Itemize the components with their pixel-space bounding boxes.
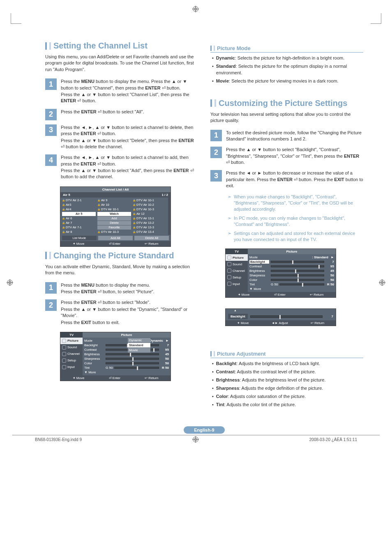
osd-channel-cell: 🔒Air 10 [97,203,131,207]
step-line: Press the ▲ or ▼ button to select "Delet… [61,138,198,150]
osd-scrollbar-icon [168,198,171,235]
step-body: Press the MENU button to display the men… [61,78,198,105]
heading-picture-mode: Picture Mode [217,45,251,51]
osd-row-label: Sharpness [84,357,104,361]
step-body: Press the ▲ or ▼ button to select "Backl… [226,147,363,166]
osd-footer-item: ✦ Move [237,321,249,325]
osd-footer-item: ✦ Move [73,242,85,246]
osd-slider [114,367,159,369]
step-number: 1 [45,282,57,294]
step-line: Press the MENU button to display the men… [61,78,198,91]
heading-customizing-picture-settings: Customizing the Picture Settings [219,99,347,108]
footer-right: 2008-03-20 ¿ÀÈÄ 1:51:11 [309,437,357,442]
osd-slider [106,353,159,355]
lock-icon: 🔒 [62,203,65,206]
lock-icon: 🔒 [133,217,136,220]
note: ➣In PC mode, you can only make changes t… [228,215,363,228]
step-number: 1 [210,130,222,141]
osd-side-label: Picture [67,339,78,343]
step-number: 1 [45,78,57,90]
note-text: In PC mode, you can only make changes to… [234,215,363,228]
section-title: Customizing the Picture Settings [210,99,363,108]
bullet-text: Color: Adjusts color saturation of the p… [216,393,306,400]
osd-row-label: Brightness [84,352,104,356]
chevron-right-icon: ► [166,339,169,343]
osd-sub-left: Air 5 [63,193,70,197]
osd-row: Backlight7 [84,343,169,347]
step-body: Press the ◄ or ► button to decrease or i… [226,170,363,189]
osd-side-icon [62,339,66,343]
osd-channel-cell: 🔒Air 9 [97,198,131,202]
step-line: Press the ◄, ►, ▲ or ▼ button to select … [61,124,198,137]
registration-mark-icon [7,279,13,286]
lock-icon: 🔒 [62,199,65,202]
registration-mark-icon [192,6,199,12]
osd-row: ▼ More [249,287,334,291]
section-title: Changing the Picture Standard [45,251,198,260]
osd-row: Contrast95 [249,264,334,269]
step-body: Press the ENTER ⏎ button to select "All"… [61,109,198,120]
step-body: Press the ENTER ⏎ button to select "Mode… [61,299,198,326]
osd-tv-label: TV [226,249,248,254]
lock-icon: 🔒 [133,226,136,229]
osd-title: Channel List / All [60,187,171,192]
osd-backlight-bar: ▲ Backlight 7 ✦ Move◄► Adjust↩ Return [225,308,336,326]
osd-side-item: Picture [226,254,248,261]
osd-side-label: Input [233,282,240,286]
subsection-title: Picture Adjustment [210,351,363,358]
osd-row-value: 45 [161,352,169,356]
osd-channel-cell: 🔒Air3 [62,203,96,207]
osd-legend-item: Delete All [134,236,169,240]
osd-row: Color50 [84,361,169,366]
osd-slider [271,274,324,276]
step: 2Press the ▲ or ▼ button to select "Back… [210,147,363,166]
lock-icon: 🔒 [133,212,136,215]
osd-picture-menu: TV Picture PictureSoundChannelSetupInput… [225,248,336,298]
osd-row-label: Backlight [249,260,269,264]
osd-row: ▼ More [84,370,169,375]
bullet-dot-icon: • [212,402,214,408]
bullet-text: Standard: Selects the picture for the op… [216,63,363,76]
osd-row-value: 95 [326,264,334,268]
osd-channel-cell: 🔒Air 7 [62,221,96,225]
osd-caption: Picture [83,332,171,338]
osd-slider [271,270,324,272]
osd-row-label: Sharpness [249,274,269,277]
osd-channel-cell: 🔒DTV Air 13-3 [133,225,166,230]
heading-changing-picture-standard: Changing the Picture Standard [53,251,174,260]
osd-channel-cell: Add [97,216,131,221]
osd-channel-cell: Watch [97,212,131,216]
osd-side-label: Setup [233,276,241,279]
osd-popup: DynamicStandardMovie [128,338,150,353]
chevron-right-icon: ► [331,255,334,259]
osd-slider [106,358,159,360]
bullet-dot-icon: • [212,361,214,367]
crop-mark-icon [371,13,381,24]
bullet-dot-icon: • [212,393,214,400]
lock-icon: 🔒 [133,230,136,233]
osd-channel-list: Channel List / All Air 5 1 / 2 🔒DTV Air … [60,186,171,247]
osd-side-icon [227,275,231,279]
osd-side-icon [227,255,231,260]
osd-channel-cell: 🔒DTV Air 10-3 [97,230,131,234]
osd-channel-cell: Favorite [97,225,131,230]
heading-picture-adjustment: Picture Adjustment [217,351,266,357]
osd-footer-item: ↩ Return [310,293,323,297]
osd-row: Backlight7 [249,260,334,264]
osd-row: Sharpness50 [249,273,334,278]
osd-row-value: : Standard [271,255,329,259]
osd-row-value: 7 [161,343,169,347]
note-text: When you make changes to "Backlight", "C… [234,194,363,213]
osd-side-item: Setup [60,357,83,364]
osd-side-icon [62,345,66,349]
osd-side-label: Channel [233,269,245,273]
osd-row: Brightness45 [84,352,169,356]
osd-side-item: Channel [226,267,248,274]
osd-side-label: Channel [67,352,80,356]
step-body: Press the ◄, ►, ▲ or ▼ button to select … [61,124,198,151]
osd-footer-item: ⏎ Enter [109,376,120,380]
osd-side-icon [227,269,231,273]
osd-row-label: Tint [84,366,104,370]
osd-side-icon [62,352,66,356]
step-line: Press the ENTER ⏎ button to select "All"… [61,109,198,115]
